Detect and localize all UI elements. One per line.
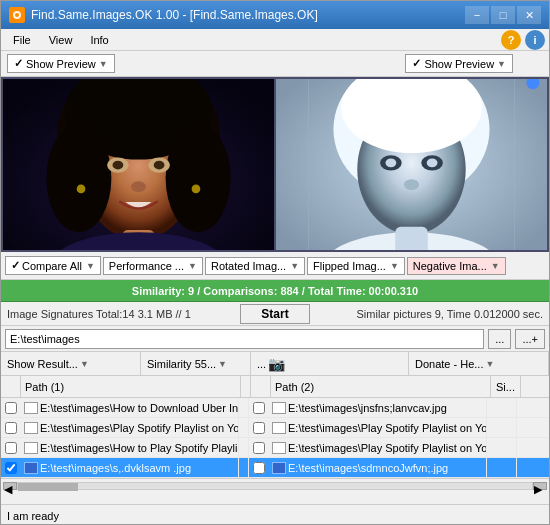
minimize-button[interactable]: − (465, 6, 489, 24)
table-row[interactable]: E:\test\images\Play Spotify Playlist on … (1, 418, 549, 438)
row1-check2[interactable] (249, 398, 269, 417)
sep-header[interactable]: ... 📷 (251, 352, 409, 375)
compare-all-btn[interactable]: ✓ Compare All ▼ (5, 256, 101, 275)
path-input[interactable] (5, 329, 484, 349)
svg-point-18 (192, 185, 201, 194)
window-title: Find.Same.Images.OK 1.00 - [Find.Same.Im… (31, 8, 318, 22)
row3-check2[interactable] (249, 438, 269, 457)
donate-header[interactable]: Donate - He... ▼ (409, 352, 549, 375)
svg-point-8 (46, 124, 111, 232)
donate-label: Donate - He... (415, 358, 483, 370)
table-rows: E:\test\images\How to Download Uber Invo… (1, 398, 549, 478)
th-path2-label: Path (2) (275, 381, 314, 393)
row1-sep (239, 398, 249, 417)
rotated-btn[interactable]: Rotated Imag... ▼ (205, 257, 305, 275)
row1-checkbox[interactable] (5, 402, 17, 414)
h-scrollbar[interactable]: ◀ ▶ (1, 478, 549, 492)
menu-bar: File View Info ? i (1, 29, 549, 51)
menu-file[interactable]: File (5, 32, 39, 48)
check-left: ✓ (14, 57, 23, 70)
file-icon (24, 462, 38, 474)
row3-checkbox[interactable] (5, 442, 17, 454)
svg-point-26 (385, 159, 396, 168)
row4-checkbox2[interactable] (253, 462, 265, 474)
compare-all-label: Compare All (22, 260, 82, 272)
show-preview-label-left: Show Preview (26, 58, 96, 70)
ready-text: I am ready (7, 510, 59, 522)
row1-path1-text: E:\test\images\How to Download Uber Invo… (40, 402, 239, 414)
scroll-left-btn[interactable]: ◀ (3, 482, 17, 490)
flipped-btn[interactable]: Flipped Imag... ▼ (307, 257, 405, 275)
help-icon[interactable]: ? (501, 30, 521, 50)
row3-path2-text: E:\test\images\Play Spotify Playlist on … (288, 442, 487, 454)
performance-arrow: ▼ (188, 261, 197, 271)
table-row[interactable]: E:\test\images\How to Play Spotify Playl… (1, 438, 549, 458)
row2-path2: E:\test\images\Play Spotify Playlist on … (269, 418, 487, 437)
browse-button[interactable]: ... (488, 329, 511, 349)
row1-path2: E:\test\images\jnsfns;lanvcav.jpg (269, 398, 487, 417)
row4-path2-text: E:\test\images\sdmncoJwfvn;.jpg (288, 462, 448, 474)
flipped-arrow: ▼ (390, 261, 399, 271)
close-button[interactable]: ✕ (517, 6, 541, 24)
row4-path1: E:\test\images\s,.dvklsavm .jpg (21, 458, 239, 477)
similarity-header[interactable]: Similarity 55... ▼ (141, 352, 251, 375)
file-icon (272, 422, 286, 434)
svg-point-28 (404, 179, 419, 190)
menu-info[interactable]: Info (82, 32, 116, 48)
show-preview-right[interactable]: ✓ Show Preview ▼ (405, 54, 513, 73)
preview-toolbar: ✓ Show Preview ▼ ✓ Show Preview ▼ (1, 51, 549, 77)
controls-row: ✓ Compare All ▼ Performance ... ▼ Rotate… (1, 252, 549, 280)
row1-checkbox2[interactable] (253, 402, 265, 414)
status-bottom: I am ready (1, 504, 549, 525)
row1-check[interactable] (1, 398, 21, 417)
svg-point-13 (154, 161, 165, 170)
row3-check[interactable] (1, 438, 21, 457)
row4-check[interactable] (1, 458, 21, 477)
title-bar: Find.Same.Images.OK 1.00 - [Find.Same.Im… (1, 1, 549, 29)
th-si-label: Si... (496, 381, 515, 393)
row2-si (487, 418, 517, 437)
row4-check2[interactable] (249, 458, 269, 477)
start-button[interactable]: Start (240, 304, 309, 324)
row2-checkbox[interactable] (5, 422, 17, 434)
show-results-label: Show Result... (7, 358, 78, 370)
show-results-header[interactable]: Show Result... ▼ (1, 352, 141, 375)
svg-point-17 (77, 185, 86, 194)
similarity-arrow: ▼ (218, 359, 227, 369)
row2-check2[interactable] (249, 418, 269, 437)
row2-path2-text: E:\test\images\Play Spotify Playlist on … (288, 422, 487, 434)
rotated-label: Rotated Imag... (211, 260, 286, 272)
row1-si (487, 398, 517, 417)
svg-rect-30 (395, 227, 428, 250)
row3-path1: E:\test\images\How to Play Spotify Playl… (21, 438, 239, 457)
scroll-right-btn[interactable]: ▶ (533, 482, 547, 490)
row4-checkbox[interactable] (5, 462, 17, 474)
row3-checkbox2[interactable] (253, 442, 265, 454)
sep-label: ... (257, 358, 266, 370)
preview-panel-left (3, 79, 274, 250)
column-headers: Show Result... ▼ Similarity 55... ▼ ... … (1, 352, 549, 376)
maximize-button[interactable]: □ (491, 6, 515, 24)
table-row[interactable]: E:\test\images\How to Download Uber Invo… (1, 398, 549, 418)
row3-path2: E:\test\images\Play Spotify Playlist on … (269, 438, 487, 457)
negative-btn[interactable]: Negative Ima... ▼ (407, 257, 506, 275)
th-si: Si... (491, 376, 521, 397)
scroll-track[interactable] (17, 482, 533, 490)
info-icon[interactable]: i (525, 30, 545, 50)
table-row[interactable]: E:\test\images\s,.dvklsavm .jpg E:\test\… (1, 458, 549, 478)
scroll-thumb[interactable] (18, 483, 78, 491)
dropdown-arrow-left: ▼ (99, 59, 108, 69)
row2-checkbox2[interactable] (253, 422, 265, 434)
info-left: Image Signatures Total:14 3.1 MB // 1 (7, 308, 232, 320)
row2-sep (239, 418, 249, 437)
app-icon (9, 7, 25, 23)
row1-path1: E:\test\images\How to Download Uber Invo… (21, 398, 239, 417)
show-preview-left[interactable]: ✓ Show Preview ▼ (7, 54, 115, 73)
negative-arrow: ▼ (491, 261, 500, 271)
row2-check[interactable] (1, 418, 21, 437)
menu-view[interactable]: View (41, 32, 81, 48)
performance-btn[interactable]: Performance ... ▼ (103, 257, 203, 275)
browse-plus-button[interactable]: ...+ (515, 329, 545, 349)
th-check1 (1, 376, 21, 397)
camera-icon: 📷 (268, 356, 285, 372)
